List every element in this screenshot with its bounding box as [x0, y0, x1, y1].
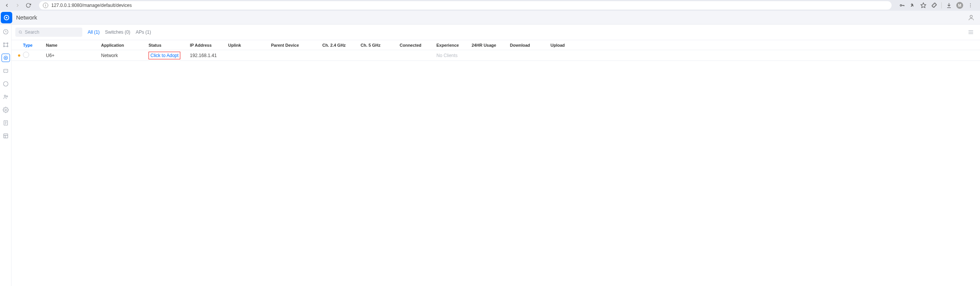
svg-point-20	[19, 31, 21, 33]
svg-point-2	[970, 3, 971, 4]
svg-point-12	[4, 56, 7, 59]
svg-rect-19	[3, 134, 8, 138]
chrome-actions: M	[898, 2, 977, 9]
search-box[interactable]	[15, 28, 82, 37]
th-uplink[interactable]: Uplink	[228, 43, 271, 47]
sidebar-logs-icon[interactable]	[2, 119, 10, 127]
th-connected[interactable]: Connected	[400, 43, 436, 47]
url-bar[interactable]: i 127.0.0.1:8080/manage/default/devices	[39, 1, 892, 10]
sidebar	[0, 25, 11, 286]
svg-point-7	[3, 43, 5, 44]
th-status[interactable]: Status	[149, 43, 190, 47]
svg-point-15	[4, 95, 6, 96]
sidebar-settings-icon[interactable]	[2, 106, 10, 114]
cell-type	[23, 52, 46, 59]
svg-point-5	[970, 15, 972, 18]
downloads-icon[interactable]	[946, 2, 952, 9]
cell-experience: No Clients	[436, 53, 472, 58]
svg-point-10	[7, 46, 8, 47]
password-icon[interactable]	[898, 2, 905, 9]
svg-point-16	[6, 96, 7, 97]
table-header: Type Name Application Status IP Address …	[11, 40, 980, 50]
th-ip[interactable]: IP Address	[190, 43, 228, 47]
cell-ip: 192.168.1.41	[190, 53, 228, 58]
svg-point-17	[5, 109, 7, 111]
svg-point-11	[5, 57, 7, 59]
th-24hr[interactable]: 24HR Usage	[472, 43, 510, 47]
svg-point-8	[7, 43, 8, 44]
adopt-button[interactable]: Click to Adopt	[149, 52, 180, 59]
cell-name: U6+	[46, 53, 101, 58]
search-input[interactable]	[25, 29, 79, 35]
th-ch24[interactable]: Ch. 2.4 GHz	[322, 43, 361, 47]
svg-point-9	[3, 46, 5, 47]
th-type[interactable]: Type	[23, 43, 46, 47]
th-upload[interactable]: Upload	[550, 43, 581, 47]
filter-all[interactable]: All (1)	[88, 29, 100, 35]
forward-button[interactable]	[14, 2, 21, 9]
th-download[interactable]: Download	[510, 43, 550, 47]
cell-status: Click to Adopt	[149, 52, 190, 59]
th-parent[interactable]: Parent Device	[271, 43, 322, 47]
svg-point-3	[970, 5, 971, 6]
site-info-icon[interactable]: i	[43, 3, 48, 8]
sidebar-clients-icon[interactable]	[2, 93, 10, 101]
sidebar-dashboard-icon[interactable]	[2, 28, 10, 36]
browser-chrome: i 127.0.0.1:8080/manage/default/devices …	[0, 0, 980, 11]
cell-application: Network	[101, 53, 149, 58]
back-button[interactable]	[3, 2, 11, 9]
brand-logo[interactable]	[1, 12, 12, 23]
devices-table: Type Name Application Status IP Address …	[11, 40, 980, 61]
th-experience[interactable]: Experience	[436, 43, 472, 47]
svg-marker-1	[921, 3, 926, 8]
translate-icon[interactable]	[909, 2, 916, 9]
app-header: Network	[0, 11, 980, 25]
sidebar-radio-icon[interactable]	[2, 80, 10, 88]
main-content: All (1) Switches (0) APs (1) Type Name A…	[11, 25, 980, 286]
bookmark-star-icon[interactable]	[920, 2, 927, 9]
device-type-icon	[23, 52, 29, 58]
svg-point-0	[900, 5, 902, 6]
th-application[interactable]: Application	[101, 43, 149, 47]
sidebar-devices-icon[interactable]	[2, 54, 10, 62]
extensions-icon[interactable]	[931, 2, 938, 9]
svg-rect-13	[3, 69, 8, 72]
profile-avatar[interactable]: M	[956, 2, 963, 9]
sidebar-ports-icon[interactable]	[2, 67, 10, 75]
svg-point-14	[3, 82, 8, 86]
status-dot-icon	[18, 54, 20, 57]
search-icon	[18, 30, 23, 34]
sidebar-layout-icon[interactable]	[2, 132, 10, 140]
divider	[941, 2, 942, 8]
header-user[interactable]	[968, 14, 980, 21]
svg-point-4	[970, 7, 971, 7]
table-row[interactable]: U6+ Network Click to Adopt 192.168.1.41 …	[11, 50, 980, 61]
th-ch5[interactable]: Ch. 5 GHz	[361, 43, 400, 47]
filter-aps[interactable]: APs (1)	[136, 29, 151, 35]
th-name[interactable]: Name	[46, 43, 101, 47]
page-title: Network	[16, 14, 37, 21]
filter-switches[interactable]: Switches (0)	[105, 29, 130, 35]
filter-bar: All (1) Switches (0) APs (1)	[11, 25, 980, 40]
menu-dots-icon[interactable]	[967, 2, 974, 9]
url-text: 127.0.0.1:8080/manage/default/devices	[51, 3, 132, 8]
columns-toggle[interactable]	[968, 29, 976, 35]
reload-button[interactable]	[24, 2, 32, 9]
sidebar-topology-icon[interactable]	[2, 41, 10, 49]
